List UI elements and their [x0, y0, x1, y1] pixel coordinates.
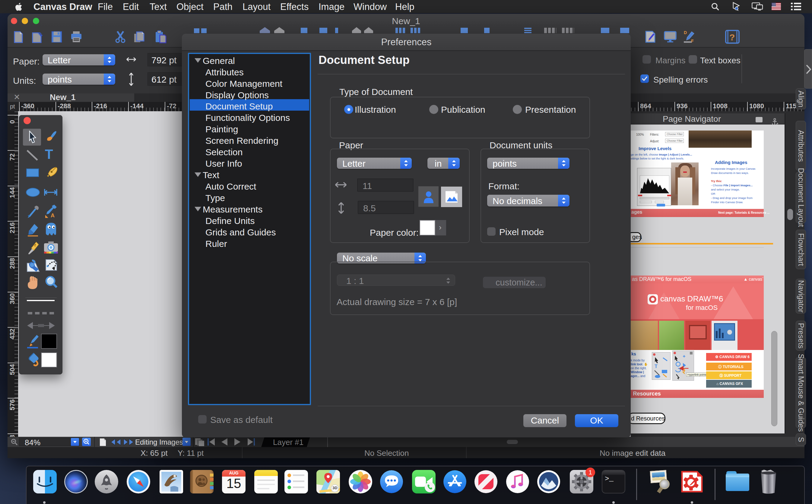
svg-text:D: D: [684, 30, 687, 35]
svg-text:?: ?: [729, 32, 735, 42]
svg-text:T: T: [655, 364, 658, 369]
svg-text:A: A: [51, 213, 55, 219]
